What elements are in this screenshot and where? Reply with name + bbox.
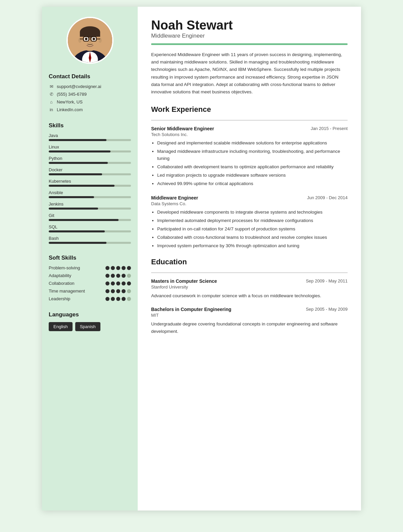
skills-title: Skills	[49, 122, 131, 129]
skills-list: Java Linux Python Docker Kubernetes Ansi…	[49, 133, 131, 244]
skill-bar-fill	[49, 185, 115, 187]
bullet: Led migration projects to upgrade middle…	[157, 172, 348, 179]
edu-institution: Stanford University	[151, 284, 348, 290]
svg-point-11	[85, 38, 87, 40]
main-content: Noah Stewart Middleware Engineer Experie…	[138, 7, 361, 511]
phone-icon: ✆	[49, 92, 54, 97]
education-item: Bachelors in Computer Engineering Sep 20…	[151, 307, 348, 335]
skill-bar-bg	[49, 185, 131, 187]
resume-container: Contact Details ✉ support@cvdesigner.ai …	[42, 7, 361, 511]
dot	[116, 281, 120, 285]
skill-bar-fill	[49, 196, 94, 198]
edu-date: Sep 2009 - May 2011	[306, 278, 348, 283]
dots-container	[105, 274, 131, 278]
svg-point-18	[89, 41, 91, 43]
candidate-title: Middleware Engineer	[151, 33, 348, 39]
dot	[122, 274, 126, 278]
skill-bar-fill	[49, 219, 119, 221]
svg-point-7	[78, 38, 81, 43]
contact-location: ⌂ NewYork, US	[49, 99, 131, 104]
dots-container	[105, 281, 131, 285]
edu-degree: Bachelors in Computer Engineering	[151, 307, 231, 312]
bullet: Achieved 99.99% uptime for critical appl…	[157, 180, 348, 187]
soft-skill-item: Time management	[49, 289, 131, 294]
edu-description: Undergraduate degree covering foundation…	[151, 320, 348, 335]
dot	[111, 274, 115, 278]
skill-bar-bg	[49, 242, 131, 244]
bullet: Implemented automated deployment process…	[157, 217, 348, 224]
skill-name: Docker	[49, 167, 131, 172]
dot	[127, 289, 131, 293]
dot	[111, 289, 115, 293]
skill-bar-bg	[49, 219, 131, 221]
summary: Experienced Middleware Engineer with 11 …	[151, 51, 348, 96]
languages-title: Languages	[49, 311, 131, 318]
skill-item: Docker	[49, 167, 131, 175]
dot	[105, 297, 109, 301]
dot	[127, 281, 131, 285]
education-title: Education	[151, 258, 348, 268]
soft-skill-name: Time management	[49, 289, 85, 294]
education-item: Masters in Computer Science Sep 2009 - M…	[151, 278, 348, 300]
dot	[111, 297, 115, 301]
svg-point-8	[98, 38, 101, 43]
bullet: Collaborated with development teams to o…	[157, 164, 348, 171]
soft-skill-name: Problem-solving	[49, 265, 80, 270]
dot	[116, 289, 120, 293]
skill-item: SQL	[49, 224, 131, 232]
work-divider	[151, 120, 348, 121]
skill-name: Kubernetes	[49, 179, 131, 184]
soft-skills-title: Soft Skills	[49, 255, 131, 261]
language-tag: Spanish	[75, 322, 100, 331]
exp-title: Middleware Engineer	[151, 195, 198, 201]
dot	[127, 274, 131, 278]
dot	[105, 266, 109, 270]
soft-skill-item: Adaptability	[49, 273, 131, 278]
sidebar: Contact Details ✉ support@cvdesigner.ai …	[42, 7, 138, 511]
linkedin-icon: in	[49, 107, 54, 112]
skill-name: Python	[49, 156, 131, 161]
experience-item: Middleware Engineer Jun 2009 - Dec 2014 …	[151, 195, 348, 250]
edu-description: Advanced coursework in computer science …	[151, 292, 348, 300]
avatar	[66, 17, 114, 64]
dot	[116, 266, 120, 270]
edu-header: Masters in Computer Science Sep 2009 - M…	[151, 278, 348, 284]
exp-bullets: Developed middleware components to integ…	[151, 209, 348, 250]
bullet: Managed middleware infrastructure includ…	[157, 148, 348, 162]
education-section: Education Masters in Computer Science Se…	[151, 258, 348, 335]
skill-item: Git	[49, 213, 131, 221]
skill-bar-fill	[49, 230, 105, 232]
exp-bullets: Designed and implemented scalable middle…	[151, 140, 348, 187]
skill-name: Linux	[49, 144, 131, 149]
dot	[105, 274, 109, 278]
skill-bar-bg	[49, 150, 131, 152]
skill-bar-bg	[49, 208, 131, 210]
soft-skill-name: Leadership	[49, 296, 70, 301]
dot	[105, 281, 109, 285]
skill-bar-fill	[49, 150, 110, 152]
skill-name: Ansible	[49, 190, 131, 195]
work-experience-section: Work Experience Senior Middleware Engine…	[151, 105, 348, 250]
skill-bar-bg	[49, 196, 131, 198]
soft-skill-name: Adaptability	[49, 273, 71, 278]
soft-skills-section: Soft Skills Problem-solving Adaptability…	[49, 255, 131, 304]
dot	[127, 297, 131, 301]
candidate-name: Noah Stewart	[151, 18, 348, 33]
contact-title: Contact Details	[49, 73, 131, 80]
edu-date: Sep 2005 - May 2009	[306, 307, 348, 312]
skill-bar-bg	[49, 173, 131, 175]
skill-item: Java	[49, 133, 131, 141]
skill-bar-fill	[49, 208, 98, 210]
education-list: Masters in Computer Science Sep 2009 - M…	[151, 278, 348, 335]
exp-header: Senior Middleware Engineer Jan 2015 - Pr…	[151, 126, 348, 131]
education-divider	[151, 272, 348, 273]
svg-point-12	[92, 38, 95, 40]
work-experience-title: Work Experience	[151, 105, 348, 115]
skill-bar-bg	[49, 139, 131, 141]
contact-phone: ✆ (555) 345-6789	[49, 92, 131, 97]
language-tags: EnglishSpanish	[49, 322, 131, 331]
exp-company: Tech Solutions Inc.	[151, 132, 348, 137]
exp-title: Senior Middleware Engineer	[151, 126, 214, 131]
exp-company: Data Systems Co.	[151, 201, 348, 206]
dot	[116, 297, 120, 301]
